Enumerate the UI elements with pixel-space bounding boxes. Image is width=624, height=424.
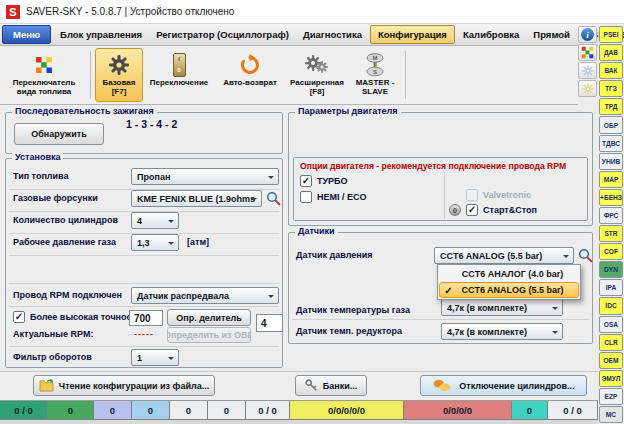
toolbar-separator	[405, 51, 406, 99]
magnifier-icon	[266, 191, 281, 206]
open-file-folder-icon	[39, 379, 54, 392]
read-config-label: Чтение конфигурации из файла...	[59, 381, 209, 391]
sidebar-item-osa[interactable]: OSA	[599, 316, 623, 333]
sidebar-item-univ[interactable]: УНИВ	[599, 153, 623, 170]
sidebar-item-tdvs[interactable]: ТДВС	[599, 135, 623, 152]
status-cell: 0	[94, 401, 132, 420]
sidebar-item-frs[interactable]: ФРС	[599, 207, 623, 224]
valvetronic-checkbox[interactable]	[466, 189, 478, 201]
sidebar-item-benz[interactable]: +БЕНЗ	[599, 189, 623, 206]
turbo-checkbox[interactable]	[300, 175, 312, 187]
cylinder-deactivation-button[interactable]: Отключение цилиндров...	[420, 375, 587, 396]
fuel-type-label: Тип топлива	[13, 171, 69, 181]
injectors-search-button[interactable]	[265, 190, 281, 206]
rpm-wire-select[interactable]: Датчик распредвала	[131, 287, 279, 304]
engine-params-group: Параметры двигателя Опции двигателя - ре…	[288, 112, 593, 226]
sidebar-item-ezp[interactable]: EZP	[599, 388, 623, 405]
rpm-filter-select[interactable]: 1	[131, 349, 179, 366]
sidebar-item-clr[interactable]: CLR	[599, 334, 623, 351]
pressure-sensor-label: Датчик давления	[296, 250, 373, 260]
right-sidebar: PSEI ДАВ ВАК ТГЗ ТРД ОБР ТДВС УНИВ MAP +…	[599, 26, 623, 423]
status-cell: 0	[208, 401, 246, 420]
menu-item-calibration[interactable]: Калибровка	[456, 24, 526, 45]
dropdown-option-analog-55bar[interactable]: ✓ CCT6 ANALOG (5.5 bar)	[439, 282, 579, 298]
hemi-eco-checkbox[interactable]	[300, 191, 312, 203]
sidebar-item-dyn[interactable]: DYN	[599, 261, 623, 278]
sensors-group-title: Датчики	[295, 226, 338, 236]
valvetronic-checkbox-row[interactable]: Valvetronic	[466, 189, 531, 201]
menu-item-menu[interactable]: Меню	[2, 25, 51, 44]
sidebar-item-cof[interactable]: COF	[599, 243, 623, 260]
fuel-type-select[interactable]: Пропан	[131, 168, 279, 185]
window-title: SAVER-SKY - 5.0.8.7 | Устройство отключе…	[26, 6, 234, 17]
gas-temp-sensor-select[interactable]: 4,7к (в комплекте)	[441, 299, 563, 316]
sidebar-item-obr[interactable]: ОБР	[599, 116, 623, 133]
start-stop-label: Старт&Стоп	[483, 205, 537, 215]
rpm-filter-label: Фильтр оборотов	[13, 352, 92, 362]
start-stop-checkbox-row[interactable]: 0 Старт&Стоп	[449, 204, 537, 216]
pressure-sensor-select[interactable]: CCT6 ANALOG (5.5 bar)	[434, 247, 574, 264]
sidebar-item-idc[interactable]: IDC	[599, 297, 623, 314]
menu-item-control-unit[interactable]: Блок управления	[53, 24, 149, 45]
info-button[interactable]: i	[578, 26, 597, 43]
menu-item-diagnostics[interactable]: Диагностика	[296, 24, 369, 45]
high-precision-checkbox-row[interactable]: Более высокая точность	[13, 311, 129, 323]
toolbar: Переключатель вида топлива Базовая [F	[0, 46, 578, 105]
menu-item-recorder[interactable]: Регистратор (Осциллограф)	[149, 24, 296, 45]
dropdown-option-analog-4bar[interactable]: CCT6 АНАЛОГ (4.0 bar)	[439, 266, 579, 282]
start-stop-checkbox[interactable]	[466, 204, 478, 216]
sensors-group: Датчики Датчик давления CCT6 ANALOG (5.5…	[288, 232, 593, 344]
menu-item-configuration[interactable]: Конфигурация	[370, 25, 455, 44]
actual-rpm-label: Актуальные RPM:	[13, 329, 93, 339]
sidebar-item-mc[interactable]: MC	[599, 406, 623, 423]
pressure-sensor-dropdown: CCT6 АНАЛОГ (4.0 bar) ✓ CCT6 ANALOG (5.5…	[437, 264, 581, 300]
setup-group-title: Установка	[12, 152, 63, 162]
switching-button[interactable]: I0 Переключение	[143, 48, 215, 102]
sidebar-item-trd[interactable]: ТРД	[599, 98, 623, 115]
gas-pressure-select[interactable]: 1,3	[131, 234, 179, 251]
cylinders-count-select[interactable]: 4	[131, 212, 179, 229]
determine-from-obd-button[interactable]: Определить из OBD	[167, 327, 251, 343]
status-cell: 0	[48, 401, 94, 420]
sidebar-item-map[interactable]: MAP	[599, 171, 623, 188]
high-precision-checkbox[interactable]	[13, 311, 25, 323]
gears-icon	[304, 54, 330, 76]
cylinders-hand-icon	[432, 379, 452, 392]
sidebar-item-emul[interactable]: ЭМУЛ	[599, 370, 623, 387]
sidebar-item-tgz[interactable]: ТГЗ	[599, 80, 623, 97]
divider-determine-button[interactable]: Опр. делитель	[167, 309, 251, 326]
hemi-eco-checkbox-row[interactable]: HEMI / ECO	[300, 191, 367, 203]
sidebar-item-str[interactable]: STR	[599, 225, 623, 242]
reducer-temp-sensor-select[interactable]: 4,7к (в комплекте)	[441, 323, 563, 340]
precision-rpm-input[interactable]: 700	[129, 310, 163, 326]
gas-injectors-select[interactable]: KME FENIX BLUE (1.9ohms	[131, 190, 262, 207]
titlebar: S SAVER-SKY - 5.0.8.7 | Устройство отклю…	[0, 0, 624, 24]
advanced-config-button[interactable]: Расширенная [F8]	[285, 48, 349, 102]
fuel-colors-mini-button[interactable]	[578, 44, 597, 61]
fuel-switch-label: Переключатель	[13, 78, 76, 87]
pressure-sensor-search-button[interactable]	[577, 247, 593, 263]
auto-return-button[interactable]: Авто-возврат	[215, 48, 285, 102]
status-cell: 0 / 0	[0, 401, 48, 420]
sidebar-item-oem[interactable]: OEM	[599, 352, 623, 369]
auto-return-arrow-icon	[239, 54, 261, 76]
gas-pressure-unit: [атм]	[187, 237, 209, 247]
turbo-checkbox-row[interactable]: ТУРБО	[300, 175, 348, 187]
star-yellow-mini-button[interactable]	[578, 80, 597, 97]
start-stop-badge[interactable]: 0	[449, 204, 461, 216]
divider-value-input[interactable]: 4	[256, 314, 283, 332]
fuel-type-switch-button[interactable]: Переключатель вида топлива	[2, 48, 86, 102]
sidebar-item-ipa[interactable]: IPA	[599, 279, 623, 296]
gas-injectors-label: Газовые форсунки	[13, 193, 98, 203]
star-blue-mini-button[interactable]	[578, 62, 597, 79]
sidebar-item-vak[interactable]: ВАК	[599, 62, 623, 79]
sidebar-item-psei[interactable]: PSEI	[599, 26, 623, 43]
basic-config-button[interactable]: Базовая [F7]	[95, 48, 143, 102]
menu-item-direct[interactable]: Прямой	[526, 24, 577, 45]
master-slave-button[interactable]: M S MASTER - SLAVE	[349, 48, 401, 102]
gas-pressure-label: Рабочее давление газа	[13, 237, 116, 247]
detect-button[interactable]: Обнаружить	[14, 123, 104, 145]
banks-button[interactable]: Банки...	[295, 375, 367, 396]
read-config-from-file-button[interactable]: Чтение конфигурации из файла...	[33, 375, 215, 396]
sidebar-item-dav[interactable]: ДАВ	[599, 44, 623, 61]
